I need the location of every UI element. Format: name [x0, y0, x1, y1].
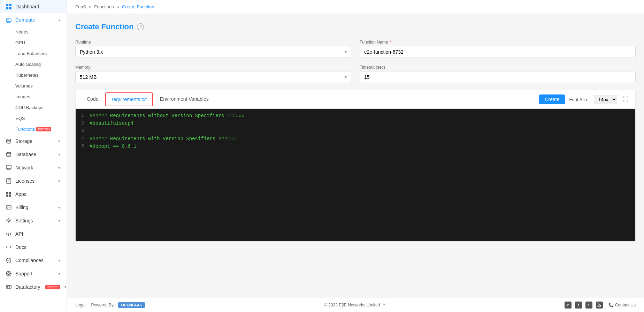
footer-legal[interactable]: Legal [75, 303, 85, 307]
svg-rect-21 [9, 192, 11, 194]
sidebar-item-apps[interactable]: Apps [0, 188, 67, 201]
sidebar-item-support[interactable]: Support ▼ [0, 267, 67, 280]
tab-requirements[interactable]: requirements.txt [105, 92, 153, 106]
svg-rect-20 [6, 192, 8, 194]
svg-point-11 [7, 152, 11, 154]
fullscreen-icon[interactable]: ⛶ [621, 95, 630, 104]
svg-point-27 [8, 220, 10, 222]
sidebar-item-functions[interactable]: Functions internal [0, 124, 67, 135]
apps-icon [6, 191, 12, 197]
create-button[interactable]: Create [539, 94, 565, 104]
footer-right: in f t 📞 Contact Us [565, 302, 636, 309]
memory-select[interactable]: 128 MB 256 MB 512 MB 1024 MB [75, 71, 351, 83]
line-content-4: ###### Requirements with Version Specifi… [90, 136, 635, 142]
api-icon [6, 231, 12, 237]
sidebar-item-eqs[interactable]: EQS [0, 113, 67, 124]
svg-rect-1 [9, 4, 12, 6]
billing-label: Billing [15, 205, 28, 210]
sidebar-item-datafactory[interactable]: Datafactory internal ▼ [0, 280, 67, 294]
sidebar-item-cdp-backups[interactable]: CDP Backups [0, 102, 67, 113]
contact-link[interactable]: 📞 Contact Us [608, 303, 636, 307]
sidebar-item-compliances[interactable]: Compliances ▼ [0, 254, 67, 267]
memory-select-wrapper: 128 MB 256 MB 512 MB 1024 MB ▼ [75, 71, 351, 83]
code-editor[interactable]: 1 ###### Requirements without Version Sp… [76, 109, 635, 241]
timeout-group: Timeout (sec) [360, 65, 636, 83]
line-number-3: 3 [76, 128, 90, 134]
sidebar-item-kubernetes[interactable]: Kubernetes [0, 70, 67, 81]
sidebar-item-licenses[interactable]: Licenses ▼ [0, 174, 67, 188]
network-icon [6, 165, 12, 171]
sidebar-item-nodes[interactable]: Nodes [0, 26, 67, 37]
svg-line-28 [8, 232, 9, 236]
sidebar-item-network[interactable]: Network ▼ [0, 161, 67, 174]
sidebar-item-load-balancers[interactable]: Load Balancers [0, 48, 67, 59]
breadcrumb-functions[interactable]: Functions [94, 4, 114, 9]
docs-label: Docs [15, 244, 26, 250]
nodes-label: Nodes [15, 29, 29, 35]
code-line-5: 5 #docopt == 0.6.1 [76, 144, 635, 151]
cdp-backups-label: CDP Backups [15, 105, 44, 110]
support-icon [6, 271, 12, 277]
sidebar-item-storage[interactable]: Storage ▼ [0, 135, 67, 148]
facebook-icon[interactable]: f [575, 302, 582, 309]
breadcrumb-faas[interactable]: FaaS [75, 4, 86, 9]
code-line-1: 1 ###### Requirements without Version Sp… [76, 113, 635, 121]
dashboard-label: Dashboard [15, 4, 39, 9]
twitter-icon[interactable]: t [585, 302, 592, 309]
tab-code[interactable]: Code [81, 93, 104, 106]
sidebar-item-database[interactable]: Database ▼ [0, 148, 67, 161]
footer-powered: Powered By - OPENFAAS [91, 302, 145, 308]
rss-icon[interactable] [596, 302, 603, 309]
line-number-1: 1 [76, 113, 90, 118]
svg-rect-4 [6, 18, 11, 22]
svg-rect-22 [6, 195, 8, 197]
sidebar-item-api[interactable]: API [0, 227, 67, 241]
images-label: Images [15, 94, 30, 99]
sidebar-item-compute[interactable]: Compute ▲ [0, 13, 67, 26]
line-number-4: 4 [76, 136, 90, 141]
network-label: Network [15, 165, 33, 170]
phone-icon: 📞 [608, 303, 614, 307]
help-icon[interactable]: ? [137, 23, 144, 30]
editor-toolbar-right: Create Font Size: 10px 12px 14px 16px 18… [539, 94, 630, 104]
sidebar-item-settings[interactable]: Settings ▼ [0, 214, 67, 227]
licenses-label: Licenses [15, 178, 34, 184]
sidebar-item-billing[interactable]: Billing ▼ [0, 201, 67, 214]
functions-badge: internal [36, 127, 51, 131]
functions-label: Functions [15, 127, 35, 132]
line-number-5: 5 [76, 144, 90, 149]
compliances-label: Compliances [15, 258, 44, 263]
font-size-select[interactable]: 10px 12px 14px 16px 18px [594, 95, 617, 104]
settings-icon [6, 218, 12, 224]
storage-icon [6, 138, 12, 144]
billing-chevron: ▼ [58, 206, 61, 210]
compliances-chevron: ▼ [58, 259, 61, 262]
licenses-icon [6, 178, 12, 184]
runtime-select[interactable]: Python 3.x Python 2.x Node.js Go Java [75, 46, 351, 58]
svg-rect-0 [6, 4, 8, 6]
sidebar-item-volumes[interactable]: Volumes [0, 81, 67, 91]
svg-point-39 [597, 306, 598, 307]
footer-social: in f t [565, 302, 603, 309]
datafactory-label: Datafactory [15, 284, 40, 290]
tab-env-vars[interactable]: Environment Variables [154, 93, 214, 106]
settings-chevron: ▼ [58, 219, 61, 223]
sidebar-item-auto-scaling[interactable]: Auto Scaling [0, 59, 67, 70]
sidebar-item-gpu[interactable]: GPU [0, 37, 67, 48]
api-label: API [15, 231, 23, 237]
svg-rect-12 [6, 165, 11, 169]
linkedin-icon[interactable]: in [565, 302, 572, 309]
sidebar-item-images[interactable]: Images [0, 91, 67, 102]
svg-rect-2 [6, 7, 8, 9]
gpu-label: GPU [15, 40, 25, 45]
function-name-input[interactable] [360, 46, 636, 58]
page-title: Create Function [75, 22, 133, 31]
required-marker: * [390, 40, 392, 45]
sidebar-item-dashboard[interactable]: Dashboard [0, 0, 67, 13]
openfaas-badge[interactable]: OPENFAAS [118, 302, 145, 308]
timeout-input[interactable] [360, 71, 636, 83]
runtime-group: Runtime Python 3.x Python 2.x Node.js Go… [75, 40, 351, 58]
compute-label: Compute [15, 17, 35, 23]
form-row-2: Memory 128 MB 256 MB 512 MB 1024 MB ▼ Ti… [75, 65, 636, 83]
sidebar-item-docs[interactable]: Docs [0, 241, 67, 254]
